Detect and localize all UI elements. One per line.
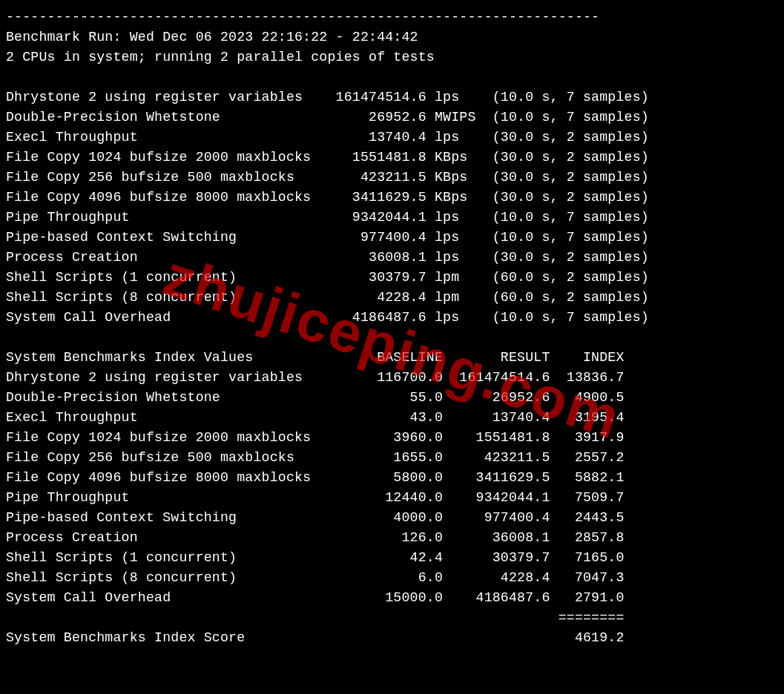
score-line: System Benchmarks Index Score 4619.2 — [6, 630, 625, 645]
index-rule: ======== — [6, 610, 625, 625]
separator-line: ----------------------------------------… — [6, 10, 599, 24]
terminal-output: ----------------------------------------… — [0, 0, 784, 694]
benchmark-run-header: Benchmark Run: Wed Dec 06 2023 22:16:22 … — [6, 30, 418, 44]
watermark-text: zhujiceping.com — [162, 264, 621, 430]
cpu-info-line: 2 CPUs in system; running 2 parallel cop… — [6, 50, 435, 65]
tests-block: Dhrystone 2 using register variables 161… — [6, 90, 649, 325]
index-block: System Benchmarks Index Values BASELINE … — [6, 350, 625, 605]
